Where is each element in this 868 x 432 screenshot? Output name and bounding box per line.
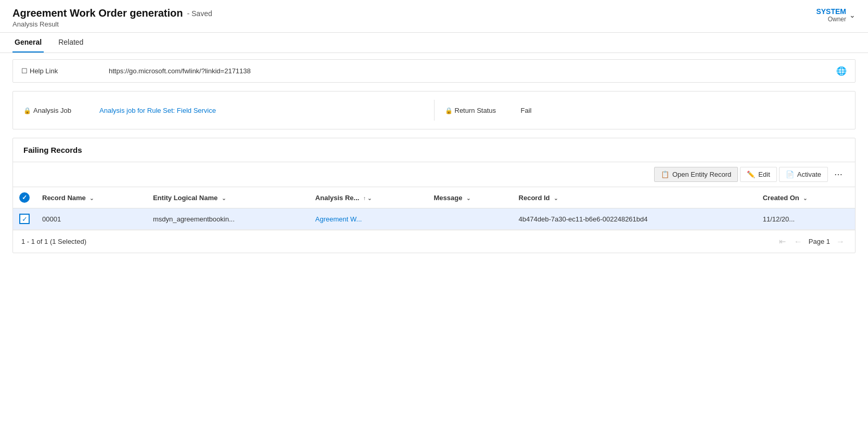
failing-records-title: Failing Records bbox=[13, 138, 855, 162]
selected-checkbox-icon: ✓ bbox=[19, 214, 30, 224]
col-header-record-id[interactable]: Record Id ⌄ bbox=[513, 187, 757, 208]
table-row[interactable]: ✓00001msdyn_agreementbookin...Agreement … bbox=[13, 208, 855, 230]
select-all-header[interactable]: ✓ bbox=[13, 187, 36, 208]
select-all-checkbox[interactable]: ✓ bbox=[19, 192, 30, 203]
analysis-job-label: Analysis Job bbox=[23, 107, 96, 114]
open-entity-record-button[interactable]: 📋 Open Entity Record bbox=[654, 167, 738, 182]
pagination-summary: 1 - 1 of 1 (1 Selected) bbox=[21, 238, 86, 245]
analysis-result-link[interactable]: Agreement W... bbox=[315, 215, 362, 223]
col-header-message[interactable]: Message ⌄ bbox=[427, 187, 512, 208]
cell-record-name: 00001 bbox=[36, 208, 147, 230]
sort-icon: ⌄ bbox=[466, 195, 470, 201]
help-link-row: ☐ Help Link https://go.microsoft.com/fwl… bbox=[21, 66, 847, 76]
analysis-section: Analysis Job Analysis job for Rule Set: … bbox=[12, 91, 856, 129]
cell-record-id: 4b474deb-7a30-ec11-b6e6-002248261bd4 bbox=[513, 208, 757, 230]
header-right: SYSTEM Owner ⌄ bbox=[816, 7, 856, 23]
cell-entity-logical-name: msdyn_agreementbookin... bbox=[147, 208, 309, 230]
help-link-section: ☐ Help Link https://go.microsoft.com/fwl… bbox=[12, 59, 856, 83]
tab-general[interactable]: General bbox=[12, 33, 44, 53]
page-title: Agreement Work Order generation - Saved bbox=[12, 7, 212, 19]
analysis-job-value[interactable]: Analysis job for Rule Set: Field Service bbox=[99, 107, 216, 114]
grid-toolbar: 📋 Open Entity Record ✏️ Edit 📄 Activate … bbox=[13, 162, 855, 187]
edit-button[interactable]: ✏️ Edit bbox=[740, 167, 776, 182]
chevron-down-icon[interactable]: ⌄ bbox=[849, 11, 856, 19]
owner-label: Owner bbox=[816, 16, 846, 23]
col-header-record-name[interactable]: Record Name ⌄ bbox=[36, 187, 147, 208]
next-page-button[interactable]: → bbox=[834, 236, 847, 247]
field-divider bbox=[434, 100, 435, 121]
owner-name: SYSTEM bbox=[816, 7, 846, 16]
help-link-value: https://go.microsoft.com/fwlink/?linkid=… bbox=[109, 67, 251, 75]
checkbox-icon: ☐ bbox=[21, 67, 28, 75]
sort-icon: ⌄ bbox=[803, 195, 807, 201]
globe-icon: 🌐 bbox=[836, 66, 847, 76]
failing-records-grid: ✓ Record Name ⌄ Entity Logical Name ⌄ An… bbox=[13, 187, 855, 230]
help-link-label: ☐ Help Link bbox=[21, 67, 105, 75]
sort-icon: ⌄ bbox=[90, 195, 94, 201]
more-options-button[interactable]: ⋯ bbox=[830, 166, 847, 182]
saved-status: - Saved bbox=[187, 9, 212, 18]
col-header-created-on[interactable]: Created On ⌄ bbox=[757, 187, 855, 208]
copy-icon: 📄 bbox=[786, 171, 794, 178]
pagination-nav: ⇤ ← Page 1 → bbox=[777, 235, 847, 247]
prev-page-button[interactable]: ← bbox=[792, 236, 805, 247]
pencil-icon: ✏️ bbox=[747, 171, 755, 178]
analysis-job-field: Analysis Job Analysis job for Rule Set: … bbox=[23, 107, 424, 114]
tab-related[interactable]: Related bbox=[56, 33, 85, 53]
cell-created-on: 11/12/20... bbox=[757, 208, 855, 230]
first-page-button[interactable]: ⇤ bbox=[777, 235, 788, 247]
page-content: ☐ Help Link https://go.microsoft.com/fwl… bbox=[0, 59, 868, 253]
tab-bar: General Related bbox=[0, 33, 868, 53]
sort-icon: ⌄ bbox=[554, 195, 558, 201]
title-text: Agreement Work Order generation bbox=[12, 7, 183, 19]
cell-message bbox=[427, 208, 512, 230]
grid-header-row: ✓ Record Name ⌄ Entity Logical Name ⌄ An… bbox=[13, 187, 855, 208]
lock-icon bbox=[23, 107, 31, 114]
failing-records-section: Failing Records 📋 Open Entity Record ✏️ … bbox=[12, 138, 856, 253]
sort-icon: ↑ ⌄ bbox=[363, 195, 372, 201]
lock-icon-2 bbox=[445, 107, 453, 114]
page-label: Page 1 bbox=[809, 238, 830, 245]
analysis-row: Analysis Job Analysis job for Rule Set: … bbox=[23, 100, 845, 121]
return-status-value: Fail bbox=[521, 107, 532, 114]
owner-info: SYSTEM Owner bbox=[816, 7, 846, 23]
header-left: Agreement Work Order generation - Saved … bbox=[12, 7, 212, 28]
row-checkbox[interactable]: ✓ bbox=[13, 208, 36, 230]
pagination: 1 - 1 of 1 (1 Selected) ⇤ ← Page 1 → bbox=[13, 230, 855, 253]
col-header-entity-logical-name[interactable]: Entity Logical Name ⌄ bbox=[147, 187, 309, 208]
cell-analysis-result[interactable]: Agreement W... bbox=[309, 208, 428, 230]
return-status-field: Return Status Fail bbox=[445, 107, 845, 114]
page-header: Agreement Work Order generation - Saved … bbox=[0, 0, 868, 33]
sort-icon: ⌄ bbox=[222, 195, 226, 201]
doc-icon: 📋 bbox=[661, 171, 669, 178]
return-status-label: Return Status bbox=[445, 107, 518, 114]
activate-button[interactable]: 📄 Activate bbox=[779, 167, 828, 182]
page-subtitle: Analysis Result bbox=[12, 20, 212, 28]
col-header-analysis-result[interactable]: Analysis Re... ↑ ⌄ bbox=[309, 187, 428, 208]
